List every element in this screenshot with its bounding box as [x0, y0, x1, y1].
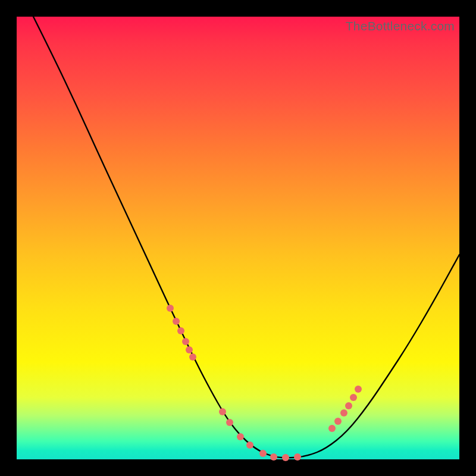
- highlight-dot: [355, 386, 362, 393]
- highlight-dot: [189, 353, 196, 361]
- highlight-dot: [282, 454, 289, 461]
- highlight-dot: [259, 450, 267, 457]
- highlight-dot: [270, 453, 277, 461]
- highlight-dot: [294, 453, 301, 461]
- highlight-dot: [182, 338, 189, 345]
- highlight-dot: [167, 305, 174, 312]
- highlight-dot: [226, 419, 233, 426]
- chart-plot-area: TheBottleneck.com: [17, 17, 459, 459]
- highlight-dot: [246, 441, 253, 449]
- highlight-dot: [345, 402, 352, 409]
- highlight-dot: [328, 425, 336, 432]
- highlight-dot: [350, 394, 357, 401]
- highlight-dot: [173, 318, 180, 325]
- bottleneck-curve: [17, 17, 459, 459]
- chart-outer-frame: TheBottleneck.com: [0, 0, 476, 476]
- highlight-dot: [237, 433, 244, 440]
- highlight-dot: [334, 418, 342, 425]
- highlight-dot: [186, 346, 193, 353]
- highlight-dot: [177, 327, 184, 334]
- highlight-dot: [219, 408, 226, 415]
- highlight-dot: [340, 409, 347, 416]
